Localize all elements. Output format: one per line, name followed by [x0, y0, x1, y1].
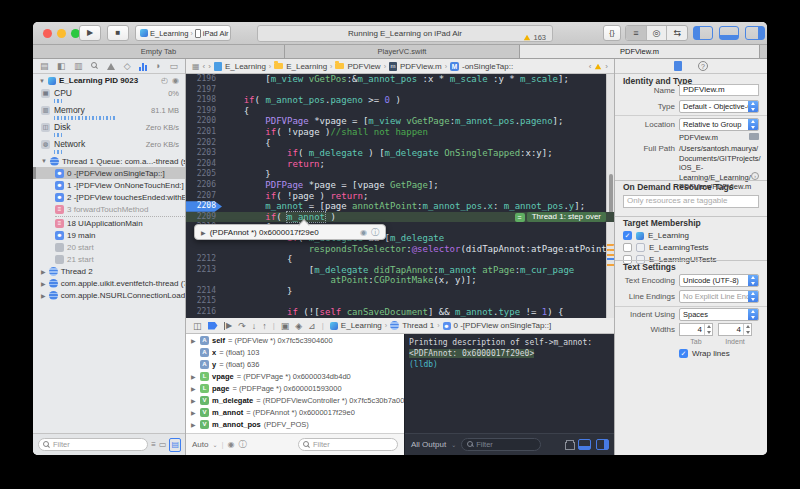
variables-filter-input[interactable]: Filter: [298, 438, 398, 451]
odr-tags-field[interactable]: Only resources are taggable: [623, 195, 759, 208]
variable-row[interactable]: Ay= (float) 636: [186, 358, 404, 370]
step-over-icon[interactable]: ↷: [238, 321, 246, 331]
disclosure-triangle-icon[interactable]: ▶: [191, 397, 197, 404]
target-checkbox[interactable]: ✓: [623, 231, 632, 240]
line-endings-dropdown[interactable]: No Explicit Line Endings: [679, 290, 759, 303]
simulate-location-icon[interactable]: ⊿: [308, 321, 316, 331]
warning-count-badge[interactable]: 163: [523, 30, 546, 45]
breadcrumb-item[interactable]: -onSingleTap::: [462, 62, 513, 71]
debug-breadcrumb-item[interactable]: E_Learning: [341, 321, 382, 330]
memory-graph-icon[interactable]: ◈: [295, 321, 302, 331]
show-variables-pane-icon[interactable]: [578, 439, 591, 450]
stack-frame-row[interactable]: 21 start: [33, 253, 185, 265]
close-window-button[interactable]: [43, 29, 52, 38]
console-filter-input[interactable]: Filter: [461, 438, 541, 451]
thread-row[interactable]: ▶com.apple.NSURLConnectionLoader (...: [33, 289, 185, 301]
version-editor-icon[interactable]: ⇆: [667, 26, 687, 40]
symbol-navigator-icon[interactable]: ▥: [74, 59, 83, 74]
find-navigator-icon[interactable]: [91, 62, 99, 70]
prev-issue-icon[interactable]: ‹: [589, 62, 592, 71]
gauge-memory[interactable]: ▥Memory81.1 MB: [33, 104, 185, 120]
variable-row[interactable]: ▶Vm_delegate= (RDPDFViewController *) 0x…: [186, 394, 404, 406]
breadcrumb-item[interactable]: PDFView.m: [400, 62, 442, 71]
variable-row[interactable]: ▶Vm_annot_pos(PDFV_POS): [186, 418, 404, 430]
indent-width-stepper[interactable]: 4: [718, 323, 752, 336]
stack-frame-row[interactable]: ☻19 main: [33, 229, 185, 241]
disclosure-triangle-icon[interactable]: ▼: [41, 158, 47, 164]
issue-navigator-icon[interactable]: [107, 63, 115, 70]
disclosure-triangle-icon[interactable]: ▼: [39, 78, 45, 84]
disclosure-triangle-icon[interactable]: ▶: [191, 409, 197, 416]
stack-frame-row[interactable]: ☻2 -[PDFView touchesEnded:withEve...: [33, 191, 185, 203]
flat-list-icon[interactable]: ≡: [151, 439, 156, 451]
back-icon[interactable]: ‹: [203, 62, 206, 71]
breadcrumb-item[interactable]: E_Learning: [225, 62, 266, 71]
breakpoints-toggle-icon[interactable]: [208, 322, 218, 330]
variables-scope-selector[interactable]: Auto: [192, 440, 208, 449]
thread-row[interactable]: ▶com.apple.uikit.eventfetch-thread (7): [33, 277, 185, 289]
test-navigator-icon[interactable]: ◇: [124, 59, 131, 74]
variable-row[interactable]: ▶Lvpage= (PDFVPage *) 0x6000034db4d0: [186, 370, 404, 382]
standard-editor-icon[interactable]: ≡: [626, 26, 647, 40]
stack-frame-row[interactable]: ≡3 forwardTouchMethod: [33, 203, 185, 215]
toggle-debug-area-button[interactable]: [719, 26, 739, 40]
breadcrumb-item[interactable]: PDFView: [347, 62, 380, 71]
thread-1-header[interactable]: ▼Thread 1 Queue: com.a...-thread (serial…: [33, 155, 185, 167]
tab-width-stepper[interactable]: 4: [679, 323, 713, 336]
gauge-cpu[interactable]: ▦CPU0%: [33, 87, 185, 103]
run-button[interactable]: ▶: [79, 25, 101, 41]
debug-breadcrumb-item[interactable]: 0 -[PDFView onSingleTap::]: [454, 321, 552, 330]
disclosure-triangle-icon[interactable]: ▶: [41, 268, 46, 275]
disclosure-triangle-icon[interactable]: ▶: [191, 373, 197, 380]
hide-debug-area-icon[interactable]: ◫: [193, 321, 202, 331]
stack-frame-row[interactable]: ☻0 -[PDFView onSingleTap::]: [33, 167, 185, 179]
continue-icon[interactable]: ▶: [224, 321, 233, 330]
stack-frame-row[interactable]: ≡18 UIApplicationMain: [33, 217, 185, 229]
show-console-pane-icon[interactable]: [596, 439, 609, 450]
variable-row[interactable]: Ax= (float) 103: [186, 346, 404, 358]
variable-datatip-popover[interactable]: ▶ (PDFAnnot *) 0x6000017f29e0 ◉ ⓘ: [194, 224, 386, 240]
disclosure-triangle-icon[interactable]: ▶: [41, 292, 46, 299]
step-into-icon[interactable]: ↓: [252, 321, 257, 331]
wrap-lines-checkbox[interactable]: ✓: [679, 349, 688, 358]
debug-breadcrumb-item[interactable]: Thread 1: [402, 321, 434, 330]
variable-row[interactable]: ▶Lpage= (PDFPage *) 0x600001593000: [186, 382, 404, 394]
toggle-inspector-button[interactable]: [745, 26, 765, 40]
disclosure-triangle-icon[interactable]: ▶: [191, 421, 197, 428]
navigator-filter-input[interactable]: Filter: [38, 438, 148, 451]
text-encoding-dropdown[interactable]: Unicode (UTF-8): [679, 274, 759, 287]
reveal-path-icon[interactable]: ›: [751, 172, 759, 180]
quick-help-tab-icon[interactable]: ?: [698, 61, 708, 71]
tab-playervc-swift[interactable]: PlayerVC.swift: [285, 45, 520, 58]
source-editor[interactable]: ▶ (PDFAnnot *) 0x6000017f29e0 ◉ ⓘ 2196 […: [186, 74, 614, 318]
code-snippet-button[interactable]: {}: [603, 25, 621, 41]
gauge-network[interactable]: ◍NetworkZero KB/s: [33, 138, 185, 154]
quicklook-eye-icon[interactable]: ◉: [360, 228, 367, 237]
disclosure-triangle-icon[interactable]: ▶: [41, 280, 46, 287]
memory-gauge-icon[interactable]: ◉: [172, 76, 179, 85]
quicklook-eye-icon[interactable]: ◉: [228, 440, 235, 449]
breadcrumb-item[interactable]: E_Learning: [286, 62, 327, 71]
thread-row[interactable]: ▶Thread 2: [33, 265, 185, 277]
tab-empty-tab[interactable]: Empty Tab: [33, 45, 285, 58]
compact-view-icon[interactable]: ▭: [159, 439, 167, 451]
toggle-navigator-button[interactable]: [693, 26, 713, 40]
disclosure-icon[interactable]: ▶: [201, 229, 206, 236]
step-out-icon[interactable]: ↑: [262, 321, 267, 331]
debug-navigator-icon[interactable]: [139, 62, 147, 71]
interesting-only-filter-icon[interactable]: ▤: [169, 438, 181, 452]
assistant-editor-icon[interactable]: ◎: [647, 26, 668, 40]
source-control-navigator-icon[interactable]: ◧: [57, 59, 66, 74]
scheme-selector[interactable]: E_Learning › iPad Air: [135, 25, 231, 41]
variable-row[interactable]: ▶Aself= (PDFView *) 0x7fc5c3904600: [186, 334, 404, 346]
disclosure-triangle-icon[interactable]: ▶: [191, 337, 197, 344]
stack-frame-row[interactable]: 20 start: [33, 241, 185, 253]
minimize-window-button[interactable]: [57, 29, 66, 38]
next-issue-icon[interactable]: ›: [605, 62, 608, 71]
stepper-arrows-icon[interactable]: [704, 324, 712, 335]
target-checkbox[interactable]: [623, 243, 632, 252]
process-row[interactable]: ▼E_Learning PID 9023◴◉: [33, 74, 185, 87]
type-dropdown[interactable]: Default - Objective-C Sou...: [679, 100, 759, 113]
variable-row[interactable]: ▶Vm_annot= (PDFAnnot *) 0x6000017f29e0: [186, 406, 404, 418]
info-icon[interactable]: ⓘ: [239, 439, 247, 450]
